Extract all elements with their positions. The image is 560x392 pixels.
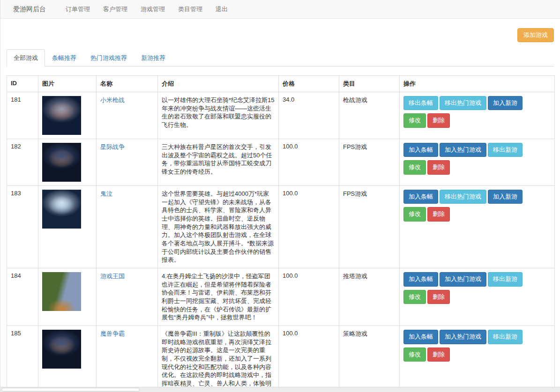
navbar-item[interactable]: 客户管理 xyxy=(97,0,134,18)
actions-row-2: 修改删除 xyxy=(403,348,551,362)
game-name-link[interactable]: 游戏王国 xyxy=(100,273,125,280)
add-banner-button[interactable]: 加入条幅 xyxy=(403,143,438,157)
game-name-cell: 游戏王国 xyxy=(97,268,158,326)
remove-new-button[interactable]: 移出新游 xyxy=(488,330,523,344)
remove-new-button[interactable]: 移出新游 xyxy=(488,272,523,286)
navbar-item[interactable]: 游戏管理 xyxy=(134,0,172,18)
delete-button[interactable]: 删除 xyxy=(427,348,450,362)
toolbar: 添加游戏 xyxy=(7,28,554,40)
add-banner-button[interactable]: 加入条幅 xyxy=(403,272,438,286)
game-name-link[interactable]: 鬼泣 xyxy=(100,190,112,197)
game-cover-image xyxy=(42,272,81,311)
game-actions-cell: 加入条幅移出热门游戏加入新游 修改删除 xyxy=(400,186,555,268)
game-category: 枪战游戏 xyxy=(343,96,367,104)
actions-row-1: 加入条幅加入热门游戏移出新游 xyxy=(403,330,551,345)
edit-button[interactable]: 修改 xyxy=(403,290,426,304)
game-id-cell: 185 xyxy=(7,326,38,392)
game-id-cell: 182 xyxy=(7,139,38,186)
game-name-link[interactable]: 小米枪战 xyxy=(100,96,125,104)
game-cover-image xyxy=(42,190,81,229)
game-category-cell: FPS游戏 xyxy=(339,186,400,268)
game-id: 183 xyxy=(11,190,21,197)
tab-link[interactable]: 全部游戏 xyxy=(7,49,45,67)
actions-row-2: 修改删除 xyxy=(403,113,551,128)
top-navbar: 爱游网后台 订单管理客户管理游戏管理类目管理退出 xyxy=(0,0,560,19)
game-id-cell: 181 xyxy=(7,92,38,139)
tab-item: 条幅推荐 xyxy=(45,49,83,67)
tab-link[interactable]: 新游推荐 xyxy=(134,49,172,67)
add-hot-button[interactable]: 加入热门游戏 xyxy=(440,330,486,344)
add-new-button[interactable]: 加入新游 xyxy=(488,190,523,204)
game-category-cell: 推塔游戏 xyxy=(339,268,400,326)
remove-new-button[interactable]: 移出新游 xyxy=(488,143,523,157)
game-image-cell xyxy=(38,92,97,139)
game-category-cell: FPS游戏 xyxy=(339,139,400,186)
tab-link[interactable]: 条幅推荐 xyxy=(45,49,83,67)
delete-button[interactable]: 删除 xyxy=(427,290,450,304)
add-banner-button[interactable]: 加入条幅 xyxy=(403,190,438,204)
column-header: 名称 xyxy=(97,76,158,92)
game-category: FPS游戏 xyxy=(343,143,367,150)
game-cover-image xyxy=(42,143,81,182)
game-id-cell: 184 xyxy=(7,268,38,326)
navbar-item[interactable]: 订单管理 xyxy=(59,0,97,18)
add-hot-button[interactable]: 加入热门游戏 xyxy=(440,272,486,286)
games-table: ID图片名称介绍价格类目操作 181 小米枪战 以一对雄伟的大理石坐骑*纪念艾泽… xyxy=(7,75,555,392)
game-category: FPS游戏 xyxy=(343,190,367,197)
game-id: 181 xyxy=(11,96,21,103)
game-cover-image xyxy=(42,330,81,369)
remove-hot-button[interactable]: 移出热门游戏 xyxy=(440,190,486,204)
game-id: 184 xyxy=(11,272,21,279)
column-header: 操作 xyxy=(400,76,555,92)
column-header: ID xyxy=(7,76,38,92)
navbar-item[interactable]: 类目管理 xyxy=(172,0,209,18)
admin-page: 爱游网后台 订单管理客户管理游戏管理类目管理退出 添加游戏 全部游戏条幅推荐热门… xyxy=(0,0,560,392)
remove-banner-button[interactable]: 移出条幅 xyxy=(403,96,438,110)
game-name-link[interactable]: 星际战争 xyxy=(100,143,125,150)
tab-item: 全部游戏 xyxy=(7,49,45,67)
edit-button[interactable]: 修改 xyxy=(403,207,426,221)
game-actions-cell: 加入条幅加入热门游戏移出新游 修改删除 xyxy=(400,326,555,392)
column-header: 图片 xyxy=(38,76,97,92)
game-name-cell: 星际战争 xyxy=(97,139,158,186)
horizontal-scrollbar[interactable] xyxy=(0,387,560,392)
table-row: 181 小米枪战 以一对雄伟的大理石坐骑*纪念艾泽拉斯15年来的冲突纷争与战友情… xyxy=(7,92,555,139)
game-name-cell: 魔兽争霸 xyxy=(97,326,158,392)
game-price: 100.0 xyxy=(283,190,298,197)
table-row: 184 游戏王国 4.在奥丹姆尘土飞扬的沙漠中，怪盗军团也许正在崛起，但是希望将… xyxy=(7,268,555,326)
game-price-cell: 100.0 xyxy=(279,186,339,268)
navbar-menu: 订单管理客户管理游戏管理类目管理退出 xyxy=(59,0,234,18)
delete-button[interactable]: 删除 xyxy=(427,113,450,127)
game-category-cell: 枪战游戏 xyxy=(339,92,400,139)
game-description: 三大种族在科普卢星区的首次交手，引发出波及整个宇宙的霸权之战。超过50个任务，带… xyxy=(162,143,272,175)
actions-row-1: 移出条幅移出热门游戏加入新游 xyxy=(403,96,551,111)
actions-row-1: 加入条幅移出热门游戏加入新游 xyxy=(403,190,551,205)
game-id-cell: 183 xyxy=(7,186,38,268)
add-game-button[interactable]: 添加游戏 xyxy=(517,28,554,42)
game-id: 182 xyxy=(11,143,21,150)
add-hot-button[interactable]: 加入热门游戏 xyxy=(440,143,486,157)
game-name-link[interactable]: 魔兽争霸 xyxy=(100,330,125,337)
edit-button[interactable]: 修改 xyxy=(403,113,426,127)
delete-button[interactable]: 删除 xyxy=(427,160,450,174)
add-new-button[interactable]: 加入新游 xyxy=(488,96,523,110)
game-description: 《魔兽争霸III：重制版》让这款颠覆性的即时战略游戏彻底重塑，再次演绎艾泽拉斯史… xyxy=(162,330,271,392)
game-tabs: 全部游戏条幅推荐热门游戏推荐新游推荐 xyxy=(7,49,554,67)
table-row: 182 星际战争 三大种族在科普卢星区的首次交手，引发出波及整个宇宙的霸权之战。… xyxy=(7,139,555,186)
game-category: 推塔游戏 xyxy=(343,273,367,280)
game-cover-image xyxy=(42,96,81,135)
add-banner-button[interactable]: 加入条幅 xyxy=(403,330,438,344)
edit-button[interactable]: 修改 xyxy=(403,160,426,174)
game-description: 这个世界需要英雄。与超过4000万*玩家一起加入《守望先锋》的未来战场，从各具特… xyxy=(162,190,274,263)
game-price-cell: 100.0 xyxy=(279,139,339,186)
game-description: 以一对雄伟的大理石坐骑*纪念艾泽拉斯15年来的冲突纷争与战友情谊——这些活生生的… xyxy=(162,96,275,128)
navbar-item[interactable]: 退出 xyxy=(209,0,234,18)
game-image-cell xyxy=(38,268,97,326)
remove-hot-button[interactable]: 移出热门游戏 xyxy=(440,96,486,110)
delete-button[interactable]: 删除 xyxy=(427,207,450,221)
game-actions-cell: 加入条幅加入热门游戏移出新游 修改删除 xyxy=(400,139,555,186)
navbar-brand[interactable]: 爱游网后台 xyxy=(13,0,46,18)
scrollbar-thumb[interactable] xyxy=(1,388,140,392)
edit-button[interactable]: 修改 xyxy=(403,348,426,362)
tab-link[interactable]: 热门游戏推荐 xyxy=(83,49,134,67)
